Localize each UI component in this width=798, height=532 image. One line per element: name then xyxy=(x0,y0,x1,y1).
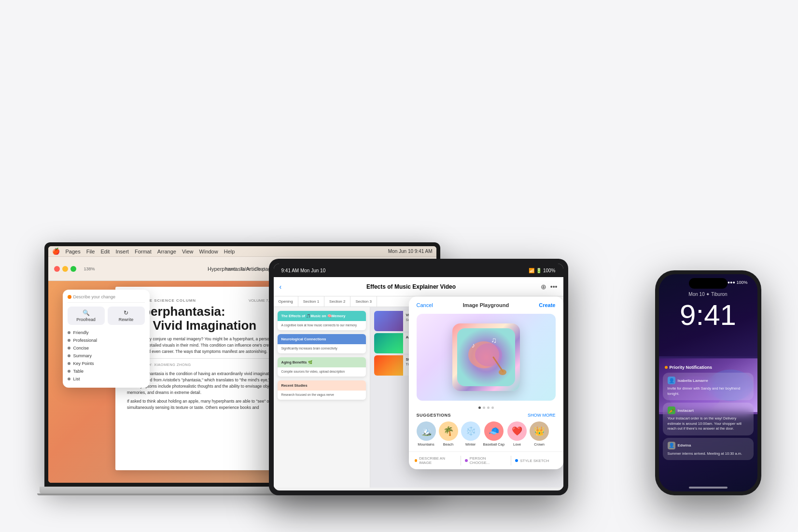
wt-list-item-concise[interactable]: Concise xyxy=(68,344,145,352)
igd-cancel-btn[interactable]: Cancel xyxy=(417,302,433,308)
chart-btn[interactable]: Chart xyxy=(254,266,265,271)
style-dot xyxy=(515,459,518,462)
slide-2[interactable]: Neurological Connections Significantly i… xyxy=(278,334,366,353)
notif-text-3: Summer interns arrived. Meeting at 10:30… xyxy=(668,451,749,457)
notif-app-row-2: 🥕 Instacart xyxy=(668,406,749,414)
igd-person-item[interactable]: PERSON CHOOSE... xyxy=(465,456,507,465)
menu-insert[interactable]: Insert xyxy=(115,249,129,254)
menu-edit[interactable]: Edit xyxy=(100,249,110,254)
slide-3[interactable]: Aging Benefits 🌿 Compile sources for vid… xyxy=(278,357,366,377)
proofread-icon: 🔍 xyxy=(70,309,103,316)
slide-3-body: Compile sources for video, upload descri… xyxy=(278,367,366,377)
menu-arrange[interactable]: Arrange xyxy=(157,249,176,254)
section-opening[interactable]: Opening xyxy=(274,296,298,307)
wt-list-item-professional[interactable]: Professional xyxy=(68,336,145,344)
igd-show-more-btn[interactable]: SHOW MORE xyxy=(528,413,556,418)
scene: 🍎 Pages File Edit Insert Format Arrange … xyxy=(37,37,761,495)
menu-bar: 🍎 Pages File Edit Insert Format Arrange … xyxy=(48,246,436,257)
igd-sep-1 xyxy=(461,456,461,465)
wt-dot-icon xyxy=(68,378,70,380)
ipad-back-btn[interactable]: ‹ xyxy=(280,283,282,291)
chip-beach[interactable]: 🌴 Beach xyxy=(439,421,458,447)
ipad-share-icon[interactable]: ⊕ xyxy=(541,283,546,291)
igd-chips: 🏔️ Mountains 🌴 Beach ❄️ Winter 🧢 xyxy=(409,421,563,447)
iphone: ●●● 100% Mon 10 ✦ Tiburon 9:41 xyxy=(655,270,761,495)
ipad-status-bar: 9:41 AM Mon Jun 10 📶 🔋 100% xyxy=(274,264,563,277)
dynamic-island xyxy=(689,278,728,289)
notif-card-isabella[interactable]: 👤 Isabella Lamarre Invite for dinner wit… xyxy=(663,373,754,400)
wt-item-label: Key Points xyxy=(73,361,94,366)
style-label: STYLE SKETCH xyxy=(520,459,549,463)
wt-list-item-summary[interactable]: Summary xyxy=(68,352,145,360)
rewrite-label: Rewrite xyxy=(110,317,143,322)
igd-pagination-dots xyxy=(409,406,563,409)
minimize-btn[interactable] xyxy=(62,266,68,272)
chip-baseball-cap[interactable]: 🧢 Baseball Cap xyxy=(483,421,505,447)
proofread-label: Proofread xyxy=(70,317,103,322)
chip-mountains[interactable]: 🏔️ Mountains xyxy=(417,421,436,447)
slide-2-body: Significantly increases brain connectivi… xyxy=(278,344,366,353)
menu-format[interactable]: Format xyxy=(135,249,152,254)
slide-1[interactable]: The Effects of 🎵Music on 🧠Memory A cogni… xyxy=(278,311,366,330)
section-3[interactable]: Section 3 xyxy=(350,296,377,307)
wt-item-label: Table xyxy=(73,369,84,374)
ipad-battery: 📶 🔋 100% xyxy=(529,268,555,273)
priority-notif-header: Priority Notifications xyxy=(663,365,754,370)
section-2[interactable]: Section 2 xyxy=(324,296,350,307)
igd-image-area: ♪ ♫ xyxy=(417,314,556,401)
doc-lead: Do you easily conjure up mental imagery?… xyxy=(127,336,287,354)
igd-bottom-bar: DESCRIBE AN IMAGE PERSON CHOOSE... STYLE… xyxy=(409,451,563,469)
menu-window[interactable]: Window xyxy=(199,249,218,254)
ipad-screen: 9:41 AM Mon Jun 10 📶 🔋 100% ‹ Effects of… xyxy=(274,264,563,490)
priority-title: Priority Notifications xyxy=(670,365,713,370)
doc-title: Hyperphantasia:The Vivid Imagination xyxy=(127,305,287,332)
ipad-more-icon[interactable]: ••• xyxy=(550,283,558,291)
chip-winter-label: Winter xyxy=(465,442,476,447)
wt-list-item-keypoints[interactable]: Key Points xyxy=(68,360,145,367)
rewrite-btn[interactable]: ↻ Rewrite xyxy=(108,307,145,325)
igd-style-item[interactable]: STYLE SKETCH xyxy=(515,456,557,465)
wt-dot-icon xyxy=(68,362,70,365)
notif-icon-isabella: 👤 xyxy=(668,377,675,384)
wt-list-item-list[interactable]: List xyxy=(68,375,145,383)
menu-help[interactable]: Help xyxy=(224,249,235,254)
menu-pages[interactable]: Pages xyxy=(66,249,81,254)
proofread-btn[interactable]: 🔍 Proofread xyxy=(68,307,105,325)
chip-love[interactable]: ❤️ Love xyxy=(507,421,527,447)
chip-winter-icon: ❄️ xyxy=(461,421,480,441)
chip-winter[interactable]: ❄️ Winter xyxy=(461,421,480,447)
notif-text-1: Invite for dinner with Sandy and her boy… xyxy=(668,386,749,396)
notif-icon-instacart: 🥕 xyxy=(668,406,675,414)
ipad-nav-title: Effects of Music Explainer Video xyxy=(285,283,537,290)
maximize-btn[interactable] xyxy=(70,266,76,272)
igd-describe-item[interactable]: DESCRIBE AN IMAGE xyxy=(415,456,457,465)
slide-4[interactable]: Recent Studies Research focused on the v… xyxy=(278,380,366,400)
notif-card-edwina[interactable]: 👤 Edwina Summer interns arrived. Meeting… xyxy=(663,438,754,461)
iphone-location: Mon 10 ✦ Tiburon xyxy=(659,292,757,297)
chip-baseball-cap-label: Baseball Cap xyxy=(483,442,505,447)
section-1[interactable]: Section 1 xyxy=(298,296,324,307)
wt-list-item-table[interactable]: Table xyxy=(68,367,145,375)
chip-crown-label: Crown xyxy=(534,442,545,447)
insert-btn[interactable]: Insert xyxy=(225,266,237,271)
table-btn[interactable]: Table xyxy=(240,266,251,271)
notif-icon-edwina: 👤 xyxy=(668,442,675,449)
slide-1-header: The Effects of 🎵Music on 🧠Memory xyxy=(278,311,366,321)
notif-card-instacart[interactable]: 🥕 Instacart Your Instacart order is on t… xyxy=(663,403,754,435)
wt-orange-dot-icon xyxy=(68,295,71,299)
wt-dot-icon xyxy=(68,331,70,334)
close-btn[interactable] xyxy=(54,266,60,272)
chip-beach-label: Beach xyxy=(443,442,453,447)
menu-file[interactable]: File xyxy=(86,249,95,254)
chip-crown[interactable]: 👑 Crown xyxy=(530,421,549,447)
wt-dot-icon xyxy=(68,347,70,350)
notif-app-name-2: Instacart xyxy=(678,408,694,413)
wt-list-item-friendly[interactable]: Friendly xyxy=(68,329,145,336)
doc-divider xyxy=(127,358,287,359)
igd-sep-2 xyxy=(511,456,511,465)
menu-view[interactable]: View xyxy=(182,249,194,254)
slide-1-body: A cognitive look at how music connects t… xyxy=(278,321,366,330)
igd-create-btn[interactable]: Create xyxy=(539,302,555,308)
notif-app-row-1: 👤 Isabella Lamarre xyxy=(668,377,749,384)
chip-crown-icon: 👑 xyxy=(530,421,549,441)
